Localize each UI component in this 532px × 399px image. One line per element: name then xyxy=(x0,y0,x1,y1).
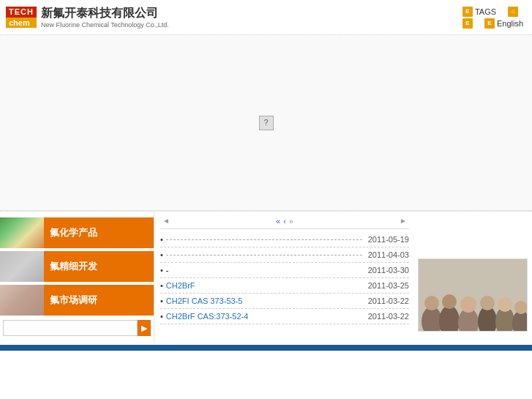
broken-image: ? xyxy=(259,116,274,130)
next-arrow[interactable]: ► xyxy=(397,216,409,225)
news-date-1: 2011-05-19 xyxy=(368,235,409,244)
sidebar-thumb-refine xyxy=(0,251,44,282)
nav-row-2: E E English xyxy=(462,18,523,29)
svg-point-4 xyxy=(442,294,457,309)
news-date-5: 2011-03-22 xyxy=(368,297,409,305)
rss-icon: E xyxy=(462,18,473,29)
sidebar-label-market[interactable]: 氟市场调研 xyxy=(44,285,154,316)
tags-label: TAGS xyxy=(475,7,496,16)
news-bullet-5: • xyxy=(160,297,163,305)
content-wrapper: 氟化学产品 氟精细开发 氟市场调研 ▶ ◄ « ‹ » xyxy=(0,212,532,342)
tech-label: TECH xyxy=(6,7,37,17)
banner-area: ? xyxy=(0,35,532,211)
page-prev[interactable]: ‹ xyxy=(283,217,286,225)
right-panel xyxy=(415,212,532,342)
news-list: • 2011-05-19 • 2011-04-03 • - 2011-03-30… xyxy=(160,232,409,324)
news-title-2 xyxy=(166,255,362,256)
news-link-4[interactable]: CH2BrF xyxy=(166,281,362,290)
content-topbar: ◄ « ‹ » ► xyxy=(160,215,409,229)
svg-point-6 xyxy=(460,297,476,313)
news-item-1: • 2011-05-19 xyxy=(160,232,409,247)
search-button[interactable]: ▶ xyxy=(138,320,151,336)
main-content: ◄ « ‹ » ► • 2011-05-19 • 2011-04 xyxy=(154,212,415,342)
nav-tags[interactable]: E TAGS xyxy=(462,7,496,17)
logo-text: 新氟开泰科技有限公司 New Fluorine Chemical Technol… xyxy=(41,6,169,29)
english-label: English xyxy=(497,19,523,28)
news-date-4: 2011-03-25 xyxy=(368,281,409,290)
news-date-6: 2011-03-22 xyxy=(368,312,409,321)
logo-cn: 新氟开泰科技有限公司 xyxy=(41,6,169,21)
logo-icon: TECH chem xyxy=(6,7,37,27)
news-bullet-6: • xyxy=(160,312,163,321)
sidebar-thumb-fluoro xyxy=(0,217,44,248)
sidebar: 氟化学产品 氟精细开发 氟市场调研 ▶ xyxy=(0,212,154,342)
news-date-2: 2011-04-03 xyxy=(368,250,409,259)
sidebar-item-market[interactable]: 氟市场调研 xyxy=(0,285,154,316)
news-item-6: • CH2BrF CAS:373-52-4 2011-03-22 xyxy=(160,309,409,324)
svg-point-10 xyxy=(498,297,512,312)
news-date-3: 2011-03-30 xyxy=(368,266,409,275)
sidebar-label-refine[interactable]: 氟精细开发 xyxy=(44,251,154,282)
svg-point-8 xyxy=(480,296,495,310)
news-bullet-1: • xyxy=(160,235,163,244)
sidebar-item-refine[interactable]: 氟精细开发 xyxy=(0,251,154,282)
nav-row-1: E TAGS ⌂ xyxy=(462,7,523,17)
nav-rss[interactable]: E xyxy=(462,18,473,29)
news-item-5: • CH2FI CAS 373-53-5 2011-03-22 xyxy=(160,294,409,309)
svg-point-2 xyxy=(424,296,439,310)
news-item-3: • - 2011-03-30 xyxy=(160,263,409,278)
chem-label: chem xyxy=(6,18,37,28)
sidebar-label-fluoro[interactable]: 氟化学产品 xyxy=(44,217,154,248)
page-sep: » xyxy=(289,217,293,225)
english-icon: E xyxy=(484,18,495,29)
search-input[interactable] xyxy=(3,320,138,336)
content-nav-right: ► xyxy=(397,216,409,225)
news-bullet-2: • xyxy=(160,250,163,259)
sidebar-thumb-market xyxy=(0,285,44,316)
svg-point-12 xyxy=(514,301,528,314)
news-item-2: • 2011-04-03 xyxy=(160,247,409,263)
news-link-5[interactable]: CH2FI CAS 373-53-5 xyxy=(166,297,362,305)
news-title-1 xyxy=(166,239,362,240)
nav-home-icon[interactable]: ⌂ xyxy=(508,7,518,17)
page-header: TECH chem 新氟开泰科技有限公司 New Fluorine Chemic… xyxy=(0,0,532,35)
sidebar-item-fluoro[interactable]: 氟化学产品 xyxy=(0,217,154,248)
news-bullet-3: • xyxy=(160,266,163,275)
footer-bar xyxy=(0,345,532,351)
news-title-3: - xyxy=(166,266,362,275)
team-image xyxy=(418,258,528,332)
logo: TECH chem 新氟开泰科技有限公司 New Fluorine Chemic… xyxy=(6,6,169,29)
news-item-4: • CH2BrF 2011-03-25 xyxy=(160,278,409,294)
search-area: ▶ xyxy=(3,320,151,336)
page-controls: « ‹ » xyxy=(276,217,293,225)
tags-icon: E xyxy=(462,7,473,17)
logo-en: New Fluorine Chemical Technology Co.,Ltd… xyxy=(41,21,169,29)
team-svg xyxy=(419,259,528,332)
news-bullet-4: • xyxy=(160,281,163,290)
content-nav-left: ◄ xyxy=(160,216,172,225)
home-icon: ⌂ xyxy=(508,7,518,17)
header-nav: E TAGS ⌂ E E English xyxy=(462,7,523,29)
news-link-6[interactable]: CH2BrF CAS:373-52-4 xyxy=(166,312,362,321)
nav-english[interactable]: E English xyxy=(484,18,523,29)
prev-arrow[interactable]: ◄ xyxy=(160,216,172,225)
page-first[interactable]: « xyxy=(276,217,280,225)
